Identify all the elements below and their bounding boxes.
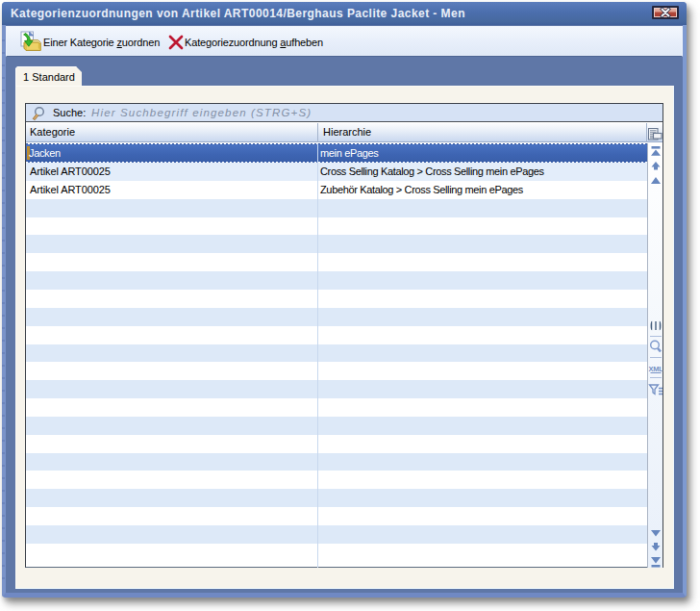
svg-text:XML: XML [649,365,663,373]
